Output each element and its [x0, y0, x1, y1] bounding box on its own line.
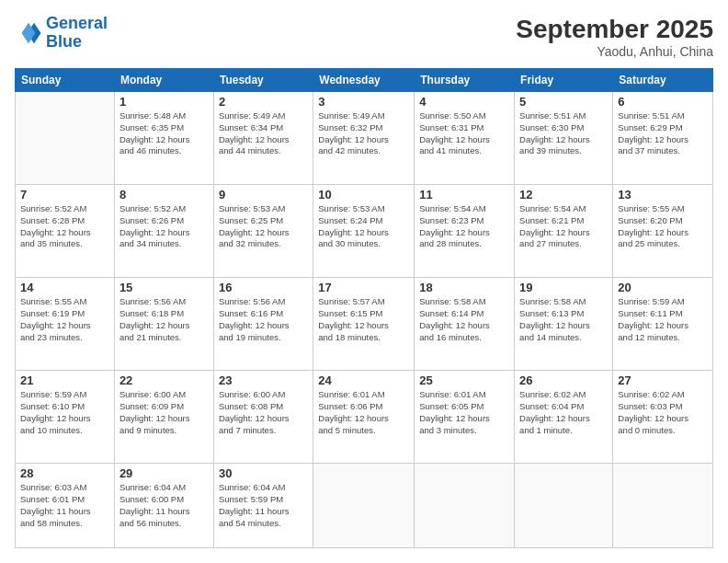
day-info: Sunrise: 5:57 AMSunset: 6:15 PMDaylight:…: [318, 296, 409, 343]
weekday-header-saturday: Saturday: [613, 69, 713, 92]
calendar-cell: 27Sunrise: 6:02 AMSunset: 6:03 PMDayligh…: [613, 371, 713, 464]
day-number: 1: [119, 95, 209, 109]
calendar-week-3: 14Sunrise: 5:55 AMSunset: 6:19 PMDayligh…: [16, 278, 713, 371]
day-info: Sunrise: 5:59 AMSunset: 6:10 PMDaylight:…: [20, 389, 109, 436]
month-title: September 2025: [516, 15, 713, 44]
day-number: 26: [519, 373, 608, 387]
day-number: 7: [20, 188, 109, 201]
day-number: 28: [20, 466, 109, 480]
calendar-cell: 28Sunrise: 6:03 AMSunset: 6:01 PMDayligh…: [16, 464, 115, 548]
calendar-week-5: 28Sunrise: 6:03 AMSunset: 6:01 PMDayligh…: [16, 464, 713, 548]
day-info: Sunrise: 5:58 AMSunset: 6:13 PMDaylight:…: [519, 296, 608, 343]
day-number: 29: [119, 466, 209, 480]
day-number: 18: [419, 281, 509, 294]
day-info: Sunrise: 5:56 AMSunset: 6:16 PMDaylight:…: [219, 296, 308, 343]
day-info: Sunrise: 5:54 AMSunset: 6:23 PMDaylight:…: [419, 203, 509, 250]
day-number: 30: [219, 466, 308, 480]
calendar-cell: 6Sunrise: 5:51 AMSunset: 6:29 PMDaylight…: [613, 92, 713, 185]
calendar-cell: 21Sunrise: 5:59 AMSunset: 6:10 PMDayligh…: [16, 371, 115, 464]
calendar-cell: 25Sunrise: 6:01 AMSunset: 6:05 PMDayligh…: [415, 371, 515, 464]
calendar-cell: [613, 464, 713, 548]
calendar-cell: 23Sunrise: 6:00 AMSunset: 6:08 PMDayligh…: [213, 371, 313, 464]
calendar-table: SundayMondayTuesdayWednesdayThursdayFrid…: [15, 68, 713, 548]
calendar-cell: 2Sunrise: 5:49 AMSunset: 6:34 PMDaylight…: [213, 92, 313, 185]
day-info: Sunrise: 5:52 AMSunset: 6:26 PMDaylight:…: [119, 203, 209, 250]
logo: General Blue: [15, 15, 108, 52]
calendar-week-4: 21Sunrise: 5:59 AMSunset: 6:10 PMDayligh…: [16, 371, 713, 464]
weekday-header-friday: Friday: [515, 69, 613, 92]
calendar-cell: 24Sunrise: 6:01 AMSunset: 6:06 PMDayligh…: [313, 371, 415, 464]
day-number: 6: [618, 95, 708, 109]
calendar-cell: 20Sunrise: 5:59 AMSunset: 6:11 PMDayligh…: [613, 278, 713, 371]
calendar-cell: 29Sunrise: 6:04 AMSunset: 6:00 PMDayligh…: [114, 464, 213, 548]
header: General Blue September 2025 Yaodu, Anhui…: [15, 15, 713, 59]
day-number: 22: [119, 373, 209, 387]
calendar-week-1: 1Sunrise: 5:48 AMSunset: 6:35 PMDaylight…: [16, 92, 713, 185]
calendar-cell: 13Sunrise: 5:55 AMSunset: 6:20 PMDayligh…: [613, 185, 713, 278]
day-number: 24: [318, 373, 409, 387]
calendar-cell: 17Sunrise: 5:57 AMSunset: 6:15 PMDayligh…: [313, 278, 415, 371]
calendar-cell: 22Sunrise: 6:00 AMSunset: 6:09 PMDayligh…: [114, 371, 213, 464]
calendar-cell: 9Sunrise: 5:53 AMSunset: 6:25 PMDaylight…: [213, 185, 313, 278]
day-info: Sunrise: 5:51 AMSunset: 6:30 PMDaylight:…: [519, 110, 608, 157]
calendar-cell: 1Sunrise: 5:48 AMSunset: 6:35 PMDaylight…: [114, 92, 213, 185]
day-number: 8: [119, 188, 209, 201]
calendar-cell: 14Sunrise: 5:55 AMSunset: 6:19 PMDayligh…: [16, 278, 115, 371]
day-number: 5: [519, 95, 608, 109]
day-info: Sunrise: 6:01 AMSunset: 6:06 PMDaylight:…: [318, 389, 409, 436]
day-number: 20: [618, 281, 708, 294]
day-number: 11: [419, 188, 509, 201]
day-number: 13: [618, 188, 708, 201]
day-info: Sunrise: 6:00 AMSunset: 6:08 PMDaylight:…: [219, 389, 308, 436]
calendar-cell: 10Sunrise: 5:53 AMSunset: 6:24 PMDayligh…: [313, 185, 415, 278]
title-block: September 2025 Yaodu, Anhui, China: [516, 15, 713, 59]
calendar-week-2: 7Sunrise: 5:52 AMSunset: 6:28 PMDaylight…: [16, 185, 713, 278]
calendar-cell: 16Sunrise: 5:56 AMSunset: 6:16 PMDayligh…: [213, 278, 313, 371]
day-number: 3: [318, 95, 409, 109]
day-number: 10: [318, 188, 409, 201]
calendar-cell: 8Sunrise: 5:52 AMSunset: 6:26 PMDaylight…: [114, 185, 213, 278]
day-number: 19: [519, 281, 608, 294]
day-info: Sunrise: 5:51 AMSunset: 6:29 PMDaylight:…: [618, 110, 708, 157]
day-info: Sunrise: 6:04 AMSunset: 6:00 PMDaylight:…: [119, 482, 209, 529]
calendar-cell: 7Sunrise: 5:52 AMSunset: 6:28 PMDaylight…: [16, 185, 115, 278]
day-number: 27: [618, 373, 708, 387]
logo-blue-word: Blue: [46, 32, 82, 51]
day-number: 15: [119, 281, 209, 294]
calendar-body: 1Sunrise: 5:48 AMSunset: 6:35 PMDaylight…: [16, 92, 713, 548]
day-number: 23: [219, 373, 308, 387]
calendar-cell: [415, 464, 515, 548]
day-number: 25: [419, 373, 509, 387]
calendar-cell: [16, 92, 115, 185]
day-info: Sunrise: 6:02 AMSunset: 6:04 PMDaylight:…: [519, 389, 608, 436]
weekday-header-thursday: Thursday: [415, 69, 515, 92]
day-info: Sunrise: 6:02 AMSunset: 6:03 PMDaylight:…: [618, 389, 708, 436]
day-number: 14: [20, 281, 109, 294]
weekday-header-sunday: Sunday: [16, 69, 115, 92]
weekday-header-monday: Monday: [114, 69, 213, 92]
calendar-cell: 19Sunrise: 5:58 AMSunset: 6:13 PMDayligh…: [515, 278, 613, 371]
day-info: Sunrise: 5:48 AMSunset: 6:35 PMDaylight:…: [119, 110, 209, 157]
day-info: Sunrise: 5:52 AMSunset: 6:28 PMDaylight:…: [20, 203, 109, 250]
calendar-cell: 3Sunrise: 5:49 AMSunset: 6:32 PMDaylight…: [313, 92, 415, 185]
calendar-cell: [313, 464, 415, 548]
day-info: Sunrise: 6:04 AMSunset: 5:59 PMDaylight:…: [219, 482, 308, 529]
day-number: 4: [419, 95, 509, 109]
logo-text: General Blue: [46, 15, 108, 52]
day-info: Sunrise: 5:53 AMSunset: 6:25 PMDaylight:…: [219, 203, 308, 250]
weekday-header-wednesday: Wednesday: [313, 69, 415, 92]
day-info: Sunrise: 5:54 AMSunset: 6:21 PMDaylight:…: [519, 203, 608, 250]
day-info: Sunrise: 6:01 AMSunset: 6:05 PMDaylight:…: [419, 389, 509, 436]
calendar-cell: 4Sunrise: 5:50 AMSunset: 6:31 PMDaylight…: [415, 92, 515, 185]
day-number: 12: [519, 188, 608, 201]
day-info: Sunrise: 6:03 AMSunset: 6:01 PMDaylight:…: [20, 482, 109, 529]
day-info: Sunrise: 5:55 AMSunset: 6:20 PMDaylight:…: [618, 203, 708, 250]
calendar-cell: 12Sunrise: 5:54 AMSunset: 6:21 PMDayligh…: [515, 185, 613, 278]
day-info: Sunrise: 6:00 AMSunset: 6:09 PMDaylight:…: [119, 389, 209, 436]
day-info: Sunrise: 5:50 AMSunset: 6:31 PMDaylight:…: [419, 110, 509, 157]
day-info: Sunrise: 5:59 AMSunset: 6:11 PMDaylight:…: [618, 296, 708, 343]
calendar-cell: 30Sunrise: 6:04 AMSunset: 5:59 PMDayligh…: [213, 464, 313, 548]
calendar-cell: 18Sunrise: 5:58 AMSunset: 6:14 PMDayligh…: [415, 278, 515, 371]
day-number: 9: [219, 188, 308, 201]
calendar-cell: [515, 464, 613, 548]
